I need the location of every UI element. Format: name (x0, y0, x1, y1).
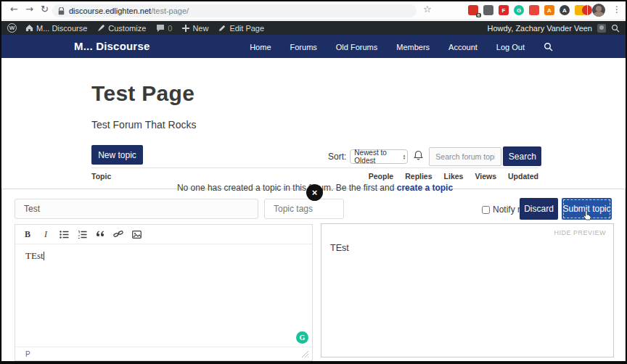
extension-icon-grammarly[interactable]: G (514, 5, 524, 15)
address-bar[interactable]: discourse.edlighten.net/test-page/ (52, 4, 417, 17)
close-icon: × (312, 187, 318, 198)
extension-icon-6[interactable]: A (544, 5, 554, 15)
editor-text: TEst (25, 250, 44, 261)
nav-item-members[interactable]: Members (396, 43, 430, 51)
col-views: Views (475, 172, 496, 181)
col-updated: Updated (508, 172, 538, 181)
lock-icon (58, 7, 65, 15)
discard-button[interactable]: Discard (520, 198, 558, 220)
nav-menu: Home Forums Old Forums Members Account L… (250, 42, 553, 51)
notification-bell-icon[interactable] (414, 150, 423, 163)
blockquote-button[interactable] (94, 228, 107, 241)
forum-controls: Sort: Newest to Oldest ▴▾ Search (328, 146, 541, 166)
extension-icon-5[interactable] (529, 5, 539, 15)
admin-comments[interactable]: 0 (156, 24, 172, 33)
text-caret (44, 252, 44, 260)
resize-handle[interactable] (302, 351, 308, 357)
admin-search-icon[interactable] (611, 24, 620, 33)
col-people: People (369, 172, 393, 181)
paintbrush-icon (97, 24, 105, 32)
nav-item-old-forums[interactable]: Old Forums (336, 43, 377, 51)
image-button[interactable] (130, 228, 143, 241)
browser-profile-avatar[interactable] (592, 4, 605, 17)
editor-status-bar: P (15, 347, 312, 360)
topic-title-input[interactable] (15, 199, 258, 219)
nav-search-icon[interactable] (544, 42, 553, 51)
home-icon (25, 24, 33, 32)
mouse-cursor-hand (583, 210, 593, 221)
site-logo[interactable]: M... Discourse (74, 40, 150, 52)
extension-icon-7[interactable]: A (560, 5, 570, 15)
extension-icon-1[interactable]: 6 (468, 5, 478, 15)
extension-badge: 6 (476, 13, 481, 17)
nav-item-forums[interactable]: Forums (290, 43, 317, 51)
numbered-list-button[interactable] (75, 228, 89, 241)
forward-icon[interactable]: → (25, 4, 33, 15)
col-replies: Replies (405, 172, 432, 181)
nav-item-home[interactable]: Home (250, 43, 271, 51)
bullet-list-button[interactable] (57, 228, 70, 241)
toolbar-divider (587, 5, 588, 15)
col-likes: Likes (444, 172, 464, 181)
site-navbar: M... Discourse Home Forums Old Forums Me… (1, 35, 626, 58)
editor-textarea[interactable]: TEst G (15, 244, 312, 347)
col-topic: Topic (91, 172, 111, 181)
back-icon[interactable]: ← (10, 4, 18, 15)
nav-item-logout[interactable]: Log Out (496, 43, 525, 51)
wp-admin-bar: W M... Discourse Customize 0 New Edit Pa… (1, 21, 626, 35)
sort-label: Sort: (328, 152, 346, 162)
editor-block-indicator: P (25, 350, 30, 358)
bookmark-star-icon[interactable]: ☆ (423, 4, 432, 15)
admin-customize[interactable]: Customize (97, 24, 146, 33)
post-editor: B I TEst G P (15, 224, 313, 361)
url-text: discourse.edlighten.net/test-page/ (69, 7, 189, 15)
comment-bubble-icon (156, 24, 165, 32)
nav-item-account[interactable]: Account (448, 43, 478, 51)
hide-preview-button[interactable]: HIDE PREVIEW (554, 229, 606, 236)
admin-new[interactable]: New (182, 24, 208, 33)
select-arrows-icon: ▴▾ (403, 154, 406, 160)
topic-tags-input[interactable] (264, 199, 344, 219)
admin-howdy[interactable]: Howdy, Zachary Vander Veen (487, 24, 592, 33)
topics-table-header: Topic People Replies Likes Views Updated (91, 167, 538, 183)
pencil-icon (218, 24, 226, 32)
admin-edit-page[interactable]: Edit Page (218, 24, 264, 33)
admin-avatar[interactable] (597, 24, 606, 33)
forum-subtitle: Test Forum That Rocks (91, 119, 196, 131)
notify-me-checkbox[interactable] (482, 206, 490, 214)
preview-text: TEst (330, 243, 349, 253)
forum-search-input[interactable] (429, 147, 501, 166)
page-title: Test Page (91, 81, 194, 106)
forum-search-button[interactable]: Search (503, 146, 541, 166)
grammarly-icon[interactable]: G (296, 331, 308, 344)
sort-select[interactable]: Newest to Oldest ▴▾ (350, 149, 408, 164)
browser-toolbar: ← → ↻ discourse.edlighten.net/test-page/… (1, 1, 626, 20)
browser-menu-icon[interactable]: ⋮ (612, 4, 621, 15)
italic-button[interactable]: I (39, 228, 52, 241)
link-button[interactable] (112, 228, 125, 241)
new-topic-button[interactable]: New topic (91, 145, 143, 165)
topic-preview-panel: HIDE PREVIEW TEst (321, 223, 614, 357)
extension-icon-2[interactable] (483, 5, 493, 15)
editor-toolbar: B I (15, 225, 312, 244)
bold-button[interactable]: B (21, 228, 34, 241)
create-topic-link[interactable]: create a topic (397, 183, 453, 193)
wordpress-logo-icon[interactable]: W (7, 23, 17, 33)
plus-icon (182, 25, 189, 32)
browser-window: ← → ↻ discourse.edlighten.net/test-page/… (0, 0, 627, 364)
reload-icon[interactable]: ↻ (41, 4, 49, 15)
admin-site-name[interactable]: M... Discourse (25, 24, 87, 33)
close-composer-button[interactable]: × (306, 184, 323, 201)
extension-icon-3[interactable]: F (499, 5, 509, 15)
